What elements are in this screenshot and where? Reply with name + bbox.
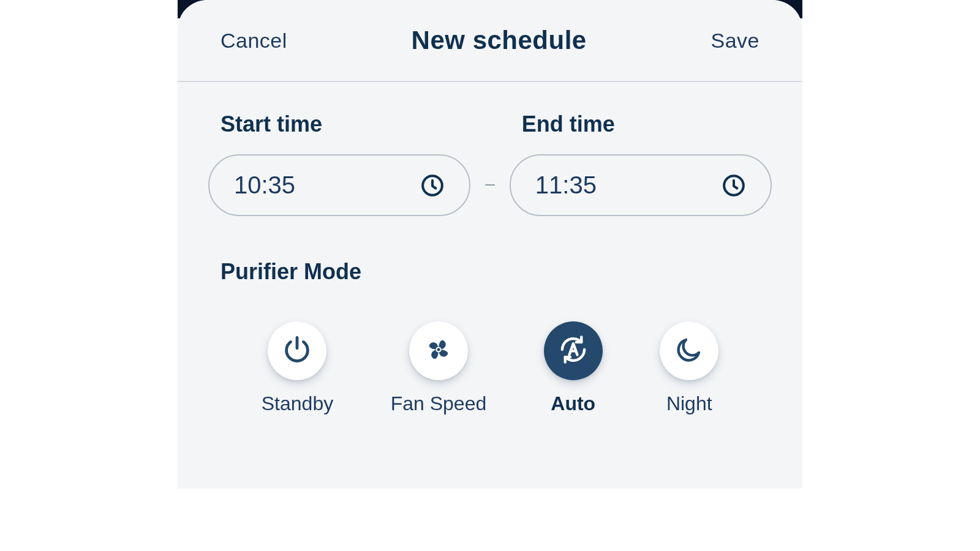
mode-label-auto: Auto — [551, 392, 595, 415]
start-time-value: 10:35 — [234, 171, 295, 199]
fan-icon — [423, 334, 454, 367]
start-time-label: Start time — [221, 111, 470, 137]
save-button[interactable]: Save — [710, 29, 760, 53]
auto-cycle-icon — [556, 332, 591, 370]
content-section: Start time 10:35 – End time — [178, 111, 802, 415]
start-time-input[interactable]: 10:35 — [208, 154, 470, 216]
svg-point-3 — [437, 348, 440, 351]
app-sheet-container: Cancel New schedule Save Start time 10:3… — [178, 0, 802, 489]
end-time-column: End time 11:35 — [510, 111, 772, 216]
clock-icon — [420, 173, 445, 198]
modal-title: New schedule — [412, 26, 587, 55]
time-range-row: Start time 10:35 – End time — [208, 111, 772, 216]
mode-label-standby: Standby — [262, 392, 333, 415]
mode-option-night[interactable]: Night — [660, 321, 718, 415]
start-time-column: Start time 10:35 — [208, 111, 470, 216]
mode-option-fan-speed[interactable]: Fan Speed — [391, 321, 487, 415]
clock-icon — [722, 173, 746, 198]
mode-label-fan-speed: Fan Speed — [391, 392, 487, 415]
moon-icon — [674, 335, 704, 367]
time-separator: – — [483, 174, 497, 193]
modal-header: Cancel New schedule Save — [178, 0, 802, 82]
cancel-button[interactable]: Cancel — [221, 29, 287, 53]
power-icon — [281, 334, 313, 368]
mode-button-auto — [544, 321, 603, 380]
end-time-input[interactable]: 11:35 — [510, 154, 772, 216]
mode-label-night: Night — [666, 392, 712, 415]
modal-sheet: Cancel New schedule Save Start time 10:3… — [178, 0, 802, 489]
mode-button-night — [660, 321, 718, 380]
mode-option-auto[interactable]: Auto — [544, 321, 603, 415]
mode-button-standby — [268, 321, 326, 380]
end-time-value: 11:35 — [535, 171, 597, 199]
purifier-mode-label: Purifier Mode — [221, 259, 772, 285]
mode-option-standby[interactable]: Standby — [262, 321, 333, 415]
purifier-mode-options: Standby — [208, 321, 772, 415]
mode-button-fan-speed — [409, 321, 468, 380]
end-time-label: End time — [522, 111, 772, 137]
